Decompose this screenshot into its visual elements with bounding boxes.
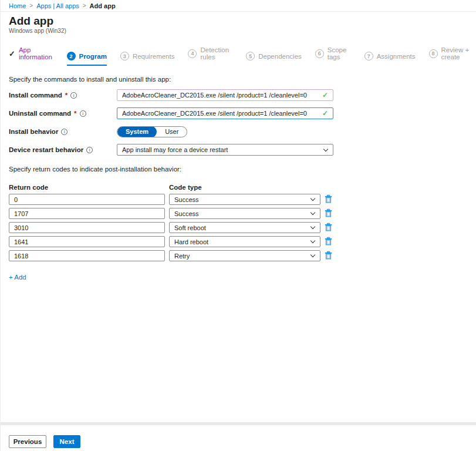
return-code-row: Success [9, 194, 476, 205]
step-number-badge: 7 [364, 52, 373, 60]
footer-divider [1, 422, 476, 425]
dropdown-selected-value: Success [174, 210, 199, 217]
chevron-down-icon [310, 224, 315, 229]
return-code-input[interactable] [9, 194, 164, 204]
info-icon[interactable]: i [70, 92, 77, 99]
uninstall-command-label: Uninstall command * i [9, 110, 117, 117]
install-command-input[interactable] [117, 90, 333, 100]
trash-icon [325, 237, 332, 247]
uninstall-command-input[interactable] [117, 108, 333, 119]
delete-row-button[interactable] [325, 208, 332, 219]
return-code-input[interactable] [9, 208, 164, 218]
required-asterisk: * [74, 110, 76, 117]
info-icon[interactable]: i [61, 129, 67, 135]
return-code-row: Retry [9, 250, 476, 261]
code-type-column-header: Code type [169, 184, 202, 191]
install-command-row: Install command * i ✓ [9, 89, 476, 101]
dropdown-selected-value: Success [174, 196, 199, 203]
previous-button[interactable]: Previous [9, 435, 46, 448]
uninstall-command-field-wrap: ✓ [117, 107, 333, 119]
breadcrumb: Home > Apps | All apps > Add app [1, 0, 476, 12]
wizard-step-review-create[interactable]: 8Review + create [429, 46, 476, 66]
step-label: Requirements [133, 53, 175, 60]
step-number-badge: 5 [246, 52, 255, 60]
chevron-down-icon [310, 238, 315, 243]
return-code-field-wrap [9, 222, 165, 233]
step-complete-check-icon: ✓ [9, 50, 15, 58]
code-type-dropdown[interactable]: Hard reboot [169, 236, 320, 247]
uninstall-command-row: Uninstall command * i ✓ [9, 107, 476, 119]
program-step-content: Specify the commands to install and unin… [1, 76, 476, 282]
install-behavior-toggle: System User [117, 126, 187, 137]
return-code-field-wrap [9, 236, 165, 247]
breadcrumb-apps-all-apps[interactable]: Apps | All apps [36, 2, 79, 9]
install-command-field-wrap: ✓ [117, 89, 333, 101]
breadcrumb-current: Add app [90, 2, 116, 9]
wizard-step-dependencies[interactable]: 5Dependencies [246, 52, 302, 66]
chevron-down-icon [323, 146, 328, 151]
delete-row-button[interactable] [325, 223, 332, 233]
add-return-code-link[interactable]: + Add [9, 274, 26, 281]
wizard-step-program[interactable]: 2Program [67, 52, 107, 66]
wizard-step-assignments[interactable]: 7Assignments [364, 52, 416, 66]
field-label: Install command [9, 92, 62, 99]
return-code-input[interactable] [9, 237, 164, 247]
breadcrumb-separator: > [83, 2, 86, 9]
return-code-input[interactable] [9, 223, 164, 233]
page-title: Add app [9, 15, 476, 27]
delete-row-button[interactable] [325, 194, 332, 205]
page-subtitle: Windows app (Win32) [9, 28, 476, 34]
delete-row-button[interactable] [325, 251, 332, 261]
dropdown-selected-value: Soft reboot [174, 224, 206, 231]
wizard-step-scope-tags[interactable]: 6Scope tags [315, 46, 351, 66]
step-number-badge: 6 [315, 49, 324, 58]
step-label: App information [19, 46, 53, 60]
breadcrumb-home[interactable]: Home [9, 2, 26, 9]
step-label: Scope tags [328, 46, 351, 60]
valid-check-icon: ✓ [322, 91, 328, 99]
return-codes-header-row: Return code Code type [9, 184, 476, 191]
step-number-badge: 8 [429, 49, 438, 58]
return-code-field-wrap [9, 208, 165, 219]
code-type-dropdown[interactable]: Soft reboot [169, 222, 320, 233]
next-button[interactable]: Next [53, 435, 80, 448]
info-icon[interactable]: i [80, 110, 86, 117]
return-code-row: Success [9, 208, 476, 219]
install-command-label: Install command * i [9, 92, 117, 99]
chevron-down-icon [310, 253, 315, 257]
breadcrumb-separator: > [29, 2, 33, 9]
dropdown-selected-value: Hard reboot [174, 238, 208, 245]
code-type-dropdown[interactable]: Success [169, 194, 320, 205]
step-label: Review + create [441, 46, 476, 60]
install-behavior-option-user[interactable]: User [157, 126, 187, 137]
step-number-badge: 4 [188, 49, 197, 58]
step-label: Dependencies [258, 53, 302, 60]
install-behavior-label: Install behavior i [9, 128, 117, 135]
valid-check-icon: ✓ [322, 109, 328, 117]
return-code-input[interactable] [9, 251, 164, 261]
return-codes-table: Success Success [9, 194, 476, 261]
delete-row-button[interactable] [325, 237, 332, 247]
wizard-step-requirements[interactable]: 3Requirements [120, 52, 175, 66]
code-type-dropdown[interactable]: Success [169, 208, 320, 219]
return-code-field-wrap [9, 250, 165, 261]
install-behavior-row: Install behavior i System User [9, 126, 476, 137]
trash-icon [325, 194, 332, 205]
device-restart-behavior-dropdown[interactable]: App install may force a device restart [117, 144, 333, 156]
step-number-badge: 2 [67, 52, 76, 60]
trash-icon [325, 251, 332, 261]
trash-icon [325, 223, 332, 233]
wizard-step-app-information[interactable]: ✓App information [9, 46, 53, 66]
trash-icon [325, 208, 332, 219]
dropdown-selected-value: Retry [174, 253, 190, 260]
device-restart-behavior-row: Device restart behavior i App install ma… [9, 144, 476, 156]
return-code-row: Soft reboot [9, 222, 476, 233]
step-label: Assignments [377, 53, 416, 60]
wizard-step-detection-rules[interactable]: 4Detection rules [188, 46, 232, 66]
info-icon[interactable]: i [86, 147, 93, 153]
install-behavior-option-system[interactable]: System [117, 126, 157, 137]
step-label: Program [79, 53, 107, 60]
field-label: Uninstall command [9, 110, 71, 117]
step-number-badge: 3 [120, 52, 129, 60]
code-type-dropdown[interactable]: Retry [169, 250, 320, 261]
